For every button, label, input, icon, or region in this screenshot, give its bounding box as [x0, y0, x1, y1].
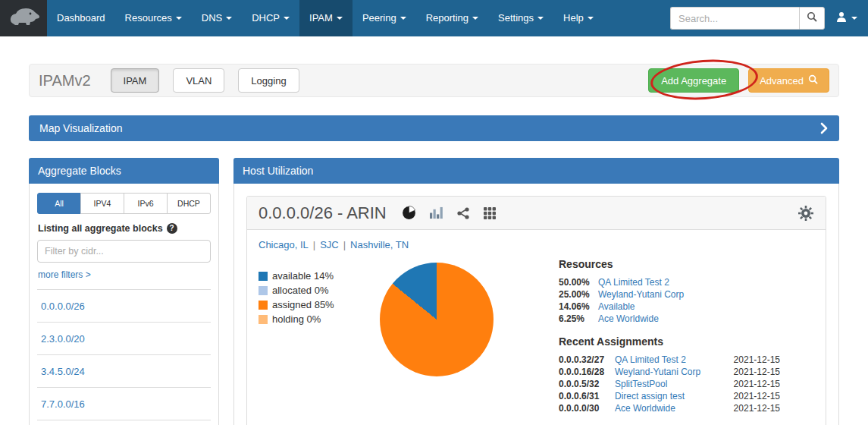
recent-assignments-title: Recent Assignments	[559, 335, 780, 348]
nav-label: Reporting	[426, 12, 468, 24]
tab-ipv4[interactable]: IPV4	[80, 193, 124, 214]
nav-item-ipam[interactable]: IPAM	[299, 0, 353, 36]
advanced-button[interactable]: Advanced	[748, 68, 829, 93]
nav-label: DHCP	[252, 12, 280, 24]
top-navbar: Dashboard Resources DNS DHCP IPAM Peerin…	[0, 0, 868, 36]
grid-icon[interactable]	[483, 206, 497, 220]
legend-label: holding 0%	[272, 313, 321, 326]
share-icon[interactable]	[456, 206, 470, 220]
list-item: 7.7.0.0/16	[37, 387, 211, 420]
resource-link[interactable]: Ace Worldwide	[598, 313, 659, 325]
host-utilization-header: Host Utilization	[233, 158, 839, 184]
list-item: 3.4.5.0/24	[37, 354, 211, 387]
resource-row: 14.06%Available	[559, 301, 780, 313]
nav-item-settings[interactable]: Settings	[488, 0, 553, 36]
legend-swatch	[259, 301, 268, 310]
utilization-content: Chicago, IL|SJC|Nashville, TN available …	[247, 230, 826, 423]
pie-chart-icon[interactable]	[402, 206, 416, 220]
assignment-link[interactable]: Direct assign test	[615, 390, 725, 402]
bar-chart-icon[interactable]	[429, 206, 443, 219]
list-item: 0.0.0.0/26	[37, 289, 211, 322]
utilization-pie	[380, 263, 494, 376]
chevron-right-icon	[819, 121, 829, 135]
page-toolbar: IPAMv2 IPAM VLAN Logging Add Aggregate A…	[29, 64, 839, 97]
nav-item-dhcp[interactable]: DHCP	[242, 0, 299, 36]
legend-label: assigned 85%	[272, 299, 334, 311]
host-utilization-panel: Host Utilization 0.0.0.0/26 - ARIN	[233, 158, 839, 425]
resource-pct: 14.06%	[559, 301, 598, 313]
tab-logging[interactable]: Logging	[238, 68, 299, 93]
breadcrumb: Chicago, IL|SJC|Nashville, TN	[259, 239, 814, 250]
add-aggregate-button[interactable]: Add Aggregate	[648, 68, 739, 93]
gear-icon[interactable]	[797, 205, 814, 222]
rhino-logo-icon	[7, 4, 40, 33]
aggregate-blocks-header: Aggregate Blocks	[29, 158, 219, 184]
block-link[interactable]: 7.7.0.0/16	[41, 398, 85, 410]
assignment-cidr: 0.0.0.6/31	[559, 390, 615, 402]
block-link[interactable]: 2.3.0.0/20	[41, 333, 85, 345]
nav-label: Dashboard	[57, 12, 105, 24]
nav-item-help[interactable]: Help	[553, 0, 603, 36]
block-link[interactable]: 0.0.0.0/26	[41, 301, 85, 312]
nav-item-peering[interactable]: Peering	[353, 0, 416, 36]
tab-vlan[interactable]: VLAN	[173, 68, 224, 93]
resource-link[interactable]: QA Limited Test 2	[598, 276, 669, 288]
tab-all[interactable]: All	[37, 193, 81, 214]
nav-item-resources[interactable]: Resources	[115, 0, 192, 36]
breadcrumb-link[interactable]: SJC	[320, 239, 339, 250]
resource-row: 6.25%Ace Worldwide	[559, 313, 780, 325]
assignment-date: 2021-12-15	[725, 390, 780, 402]
legend-swatch	[259, 315, 268, 324]
search-input[interactable]	[670, 7, 799, 30]
nav-item-reporting[interactable]: Reporting	[416, 0, 488, 36]
assignment-row: 0.0.0.6/31Direct assign test2021-12-15	[559, 390, 780, 402]
app-logo[interactable]	[0, 0, 47, 36]
tab-dhcp[interactable]: DHCP	[167, 193, 211, 214]
resource-link[interactable]: Weyland-Yutani Corp	[598, 288, 684, 301]
chevron-down-icon	[851, 17, 857, 20]
legend-swatch	[259, 286, 268, 295]
tab-ipv6[interactable]: IPv6	[124, 193, 168, 214]
pie-legend: available 14% allocated 0% assigned 85% …	[259, 270, 374, 328]
chevron-down-icon	[284, 17, 290, 20]
assignment-link[interactable]: Ace Worldwide	[615, 402, 725, 414]
breadcrumb-link[interactable]: Chicago, IL	[259, 239, 309, 250]
user-menu[interactable]	[835, 11, 857, 26]
advanced-label: Advanced	[760, 75, 804, 87]
resource-pct: 50.00%	[559, 276, 598, 288]
block-title: 0.0.0.0/26 - ARIN	[259, 203, 387, 223]
more-filters-link[interactable]: more filters >	[38, 269, 91, 280]
assignment-date: 2021-12-15	[725, 378, 780, 390]
assignment-link[interactable]: QA Limited Test 2	[615, 354, 725, 366]
assignment-cidr: 0.0.0.5/32	[559, 378, 615, 390]
help-icon[interactable]: ?	[167, 223, 177, 234]
chevron-down-icon	[588, 17, 594, 20]
resources-title: Resources	[559, 258, 780, 270]
search-icon	[808, 74, 818, 87]
nav-label: IPAM	[309, 12, 333, 24]
nav-item-dashboard[interactable]: Dashboard	[47, 0, 115, 36]
host-utilization-body: 0.0.0.0/26 - ARIN	[233, 184, 839, 425]
nav-label: Help	[563, 12, 584, 24]
breadcrumb-separator: |	[343, 239, 346, 250]
tab-ipam[interactable]: IPAM	[111, 68, 160, 93]
legend-item: available 14%	[259, 270, 374, 282]
assignment-row: 0.0.0.32/27QA Limited Test 22021-12-15	[559, 354, 780, 366]
assignment-link[interactable]: Weyland-Yutani Corp	[615, 366, 725, 378]
nav-item-dns[interactable]: DNS	[192, 0, 242, 36]
resource-row: 25.00%Weyland-Yutani Corp	[559, 288, 780, 301]
block-link[interactable]: 3.4.5.0/24	[41, 366, 85, 377]
resource-row: 50.00%QA Limited Test 2	[559, 276, 780, 288]
assignment-link[interactable]: SplitTestPool	[615, 378, 725, 390]
search-button[interactable]	[799, 7, 825, 30]
resource-link[interactable]: Available	[598, 301, 635, 313]
listing-label: Listing all aggregate blocks ?	[38, 223, 210, 234]
chevron-down-icon	[226, 17, 232, 20]
cidr-filter-input[interactable]	[37, 240, 211, 263]
breadcrumb-link[interactable]: Nashville, TN	[350, 239, 409, 250]
assignment-date: 2021-12-15	[725, 366, 780, 378]
listing-label-text: Listing all aggregate blocks	[38, 223, 163, 234]
utilization-box: 0.0.0.0/26 - ARIN	[246, 196, 826, 425]
map-visualization-bar[interactable]: Map Visualization	[29, 115, 839, 141]
legend-label: available 14%	[272, 270, 334, 282]
